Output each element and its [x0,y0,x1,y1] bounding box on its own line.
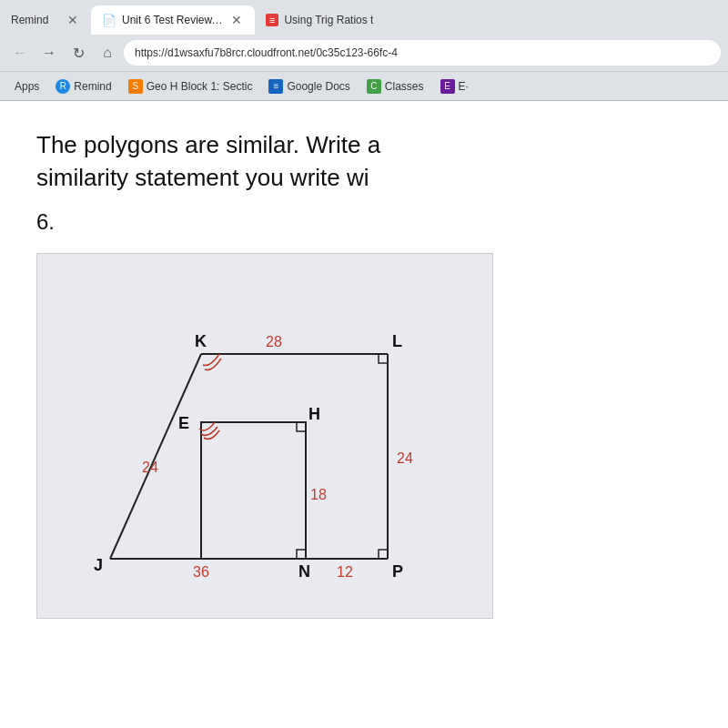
bookmark-extra[interactable]: E E· [433,76,476,96]
tab-trig-label: Using Trig Ratios t [284,14,373,26]
problem-line1: The polygons are similar. Write a [36,131,380,158]
gdocs-favicon: ≡ [268,79,283,94]
tab-remind-close[interactable]: ✕ [66,13,80,27]
label-e: E [178,414,189,432]
right-angle-n [297,550,306,559]
geometry-diagram: N(265,305) -- 12 --> P(355,305) but that… [36,253,493,619]
tab-trig[interactable]: ≡ Using Trig Ratios t [255,5,384,35]
classes-label: Classes [385,80,424,93]
reload-button[interactable]: ↻ [66,40,91,66]
label-l: L [392,332,402,350]
extra-label: E· [459,80,469,93]
bookmark-apps[interactable]: Apps [7,77,46,96]
dim-36: 36 [193,564,209,580]
address-bar-row: ← → ↻ ⌂ [0,35,728,71]
label-k: K [195,332,207,350]
line-jk [110,354,201,559]
bookmark-classes[interactable]: C Classes [359,76,431,96]
bookmark-gdocs[interactable]: ≡ Google Docs [261,76,357,96]
label-p: P [392,562,403,581]
gdocs-label: Google Docs [287,80,349,93]
remind-label: Remind [74,80,111,93]
tab-remind[interactable]: Remind ✕ [0,5,91,35]
browser-chrome: Remind ✕ 📄 Unit 6 Test Review.pdf ✕ ≡ Us… [0,0,728,101]
dim-24-right: 24 [397,450,413,466]
label-j: J [94,556,103,574]
tab-unit6-label: Unit 6 Test Review.pdf [122,14,224,26]
page-content: The polygons are similar. Write a simila… [0,101,728,728]
dim-24-left: 24 [142,460,158,475]
bookmarks-bar: Apps R Remind S Geo H Block 1: Sectic ≡ … [0,71,728,100]
right-angle-l [379,354,388,363]
dim-12: 12 [337,564,353,580]
right-angle-h [297,422,306,431]
geo-favicon: S [128,79,143,94]
back-button[interactable]: ← [7,40,33,66]
apps-label: Apps [15,80,39,93]
tab-bar: Remind ✕ 📄 Unit 6 Test Review.pdf ✕ ≡ Us… [0,0,728,35]
geo-label: Geo H Block 1: Sectic [147,80,253,93]
label-n: N [298,562,310,581]
dim-28: 28 [266,334,282,349]
bookmark-geo[interactable]: S Geo H Block 1: Sectic [121,76,260,96]
tab-unit6[interactable]: 📄 Unit 6 Test Review.pdf ✕ [91,5,255,35]
tab-unit6-close[interactable]: ✕ [229,13,244,27]
remind-favicon: R [56,79,70,94]
home-button[interactable]: ⌂ [95,40,120,66]
tab-remind-label: Remind [11,14,60,26]
problem-line2: similarity statement you write wi [36,164,369,191]
forward-button[interactable]: → [36,40,62,66]
angle-arc-k2 [205,359,221,370]
problem-text: The polygons are similar. Write a simila… [36,128,692,195]
inner-rect [201,422,306,559]
diagram-svg: N(265,305) -- 12 --> P(355,305) but that… [65,281,456,591]
address-bar-input[interactable] [124,40,721,66]
extra-favicon: E [440,79,455,94]
dim-18: 18 [310,487,327,502]
classes-favicon: C [367,79,381,94]
right-angle-p [379,550,388,559]
bookmark-remind[interactable]: R Remind [48,76,118,96]
label-h: H [308,405,320,423]
problem-number: 6. [36,209,692,235]
